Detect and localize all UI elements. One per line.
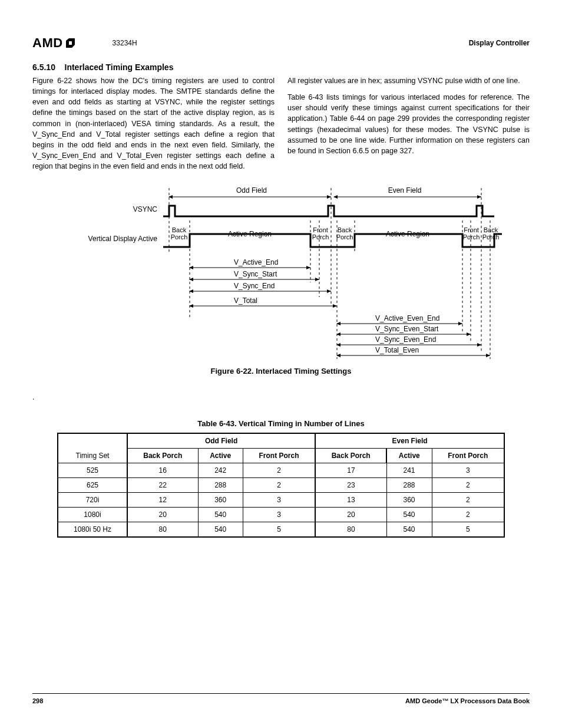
table-cell: 360 — [198, 493, 243, 508]
table-cell: 23 — [315, 478, 386, 493]
footer-title: AMD Geode™ LX Processors Data Book — [405, 697, 530, 704]
body-text: Figure 6-22 shows how the DC's timing re… — [32, 75, 530, 172]
page-number: 298 — [32, 697, 43, 704]
table-row: 1080i 50 Hz805405805405 — [58, 522, 504, 538]
table-cell: 80 — [127, 522, 198, 538]
diagram-v-active-end: V_Active_End — [234, 258, 278, 266]
table-row: 1080i205403205402 — [58, 508, 504, 522]
paragraph-1: Figure 6-22 shows how the DC's timing re… — [32, 75, 275, 172]
table-cell: 540 — [386, 508, 432, 522]
diagram-back-porch-3: BackPorch — [482, 226, 500, 241]
table-cell: 2 — [243, 478, 315, 493]
table-cell: 2 — [432, 508, 504, 522]
diagram-front-porch-2: FrontPorch — [463, 226, 480, 241]
table-cell: 1080i 50 Hz — [58, 522, 127, 538]
col-even-active: Active — [386, 449, 432, 463]
page-header: AMD 33234H Display Controller — [32, 35, 530, 51]
table-cell: 720i — [58, 493, 127, 508]
diagram-v-sync-even-start: V_Sync_Even_Start — [375, 325, 439, 333]
table-cell: 3 — [243, 508, 315, 522]
table-cell: 17 — [315, 463, 386, 478]
table-cell: 525 — [58, 463, 127, 478]
table-cell: 13 — [315, 493, 386, 508]
col-group-even: Even Field — [315, 433, 504, 449]
table-cell: 625 — [58, 478, 127, 493]
table-cell: 3 — [243, 493, 315, 508]
table-cell: 2 — [243, 463, 315, 478]
diagram-back-porch-2: BackPorch — [336, 226, 353, 241]
col-odd-front-porch: Front Porch — [243, 449, 315, 463]
header-section-title: Display Controller — [469, 39, 530, 47]
figure-caption: Figure 6-22. Interlaced Timing Settings — [32, 367, 530, 375]
col-odd-back-porch: Back Porch — [127, 449, 198, 463]
table-cell: 540 — [198, 508, 243, 522]
diagram-v-sync-start: V_Sync_Start — [234, 270, 277, 278]
paragraph-3: Table 6-43 lists timings for various int… — [287, 92, 530, 156]
diagram-v-sync-even-end: V_Sync_Even_End — [375, 335, 436, 344]
col-group-odd: Odd Field — [127, 433, 315, 449]
col-even-front-porch: Front Porch — [432, 449, 504, 463]
table-cell: 288 — [198, 478, 243, 493]
diagram-even-field-label: Even Field — [388, 186, 422, 195]
table-cell: 3 — [432, 463, 504, 478]
diagram-vsync-label: VSYNC — [133, 205, 158, 213]
diagram-odd-field-label: Odd Field — [236, 186, 267, 195]
table-caption: Table 6-43. Vertical Timing in Number of… — [32, 419, 530, 428]
table-cell: 20 — [127, 508, 198, 522]
table-cell: 2 — [432, 493, 504, 508]
diagram-active-region-2: Active Region — [386, 230, 429, 238]
table-row: 625222882232882 — [58, 478, 504, 493]
table-cell: 80 — [315, 522, 386, 538]
col-even-back-porch: Back Porch — [315, 449, 386, 463]
section-heading: 6.5.10 Interlaced Timing Examples — [32, 62, 530, 72]
table-cell: 540 — [198, 522, 243, 538]
col-timing-set: Timing Set — [58, 433, 127, 463]
table-cell: 5 — [243, 522, 315, 538]
table-cell: 540 — [386, 522, 432, 538]
table-cell: 5 — [432, 522, 504, 538]
figure-6-22: Odd Field Even Field VSYNC — [32, 182, 530, 375]
diagram-v-active-even-end: V_Active_Even_End — [375, 314, 439, 322]
diagram-v-total-even: V_Total_Even — [375, 346, 419, 354]
page-footer: 298 AMD Geode™ LX Processors Data Book — [32, 693, 530, 704]
paragraph-2: All register values are in hex; assuming… — [287, 75, 530, 86]
logo-arrow-icon — [65, 38, 77, 48]
diagram-vda-label: Vertical Display Active — [88, 235, 158, 243]
table-6-43: Timing Set Odd Field Even Field Back Por… — [57, 433, 505, 538]
diagram-back-porch-1: BackPorch — [171, 226, 188, 241]
logo-text: AMD — [32, 35, 63, 51]
table-cell: 16 — [127, 463, 198, 478]
table-cell: 1080i — [58, 508, 127, 522]
timing-diagram-svg: Odd Field Even Field VSYNC — [57, 182, 505, 359]
table-cell: 288 — [386, 478, 432, 493]
col-odd-active: Active — [198, 449, 243, 463]
table-cell: 22 — [127, 478, 198, 493]
brand-logo: AMD — [32, 35, 77, 51]
section-number: 6.5.10 — [32, 62, 55, 72]
table-cell: 20 — [315, 508, 386, 522]
diagram-v-sync-end: V_Sync_End — [234, 282, 275, 290]
section-title: Interlaced Timing Examples — [65, 62, 174, 72]
table-cell: 241 — [386, 463, 432, 478]
table-row: 720i123603133602 — [58, 493, 504, 508]
table-cell: 242 — [198, 463, 243, 478]
diagram-v-total: V_Total — [234, 297, 257, 305]
diagram-active-region-1: Active Region — [228, 230, 272, 238]
table-cell: 12 — [127, 493, 198, 508]
doc-number: 33234H — [113, 39, 137, 47]
page: AMD 33234H Display Controller 6.5.10 Int… — [0, 0, 562, 728]
diagram-front-porch-1: FrontPorch — [312, 226, 329, 241]
table-cell: 2 — [432, 478, 504, 493]
table-row: 525162422172413 — [58, 463, 504, 478]
table-cell: 360 — [386, 493, 432, 508]
